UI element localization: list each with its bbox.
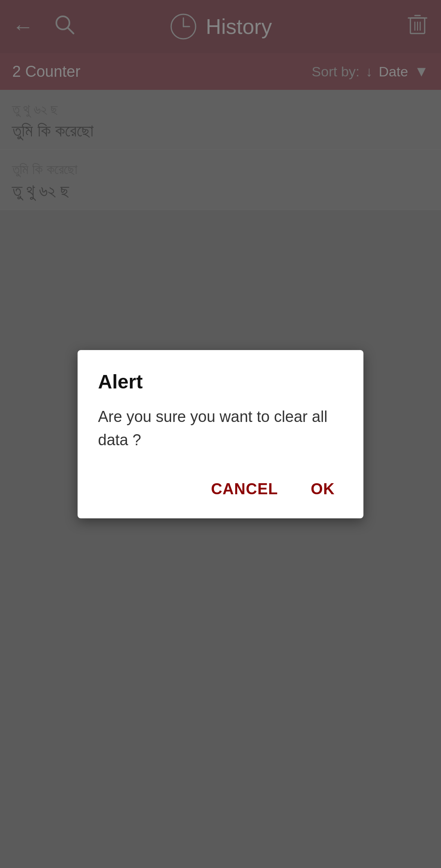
alert-buttons: CANCEL OK [98,476,343,502]
alert-message: Are you sure you want to clear all data … [98,405,343,452]
ok-button[interactable]: OK [303,476,343,502]
alert-title: Alert [98,370,343,393]
overlay: Alert Are you sure you want to clear all… [0,0,441,868]
cancel-button[interactable]: CANCEL [203,476,286,502]
alert-dialog: Alert Are you sure you want to clear all… [78,350,363,518]
